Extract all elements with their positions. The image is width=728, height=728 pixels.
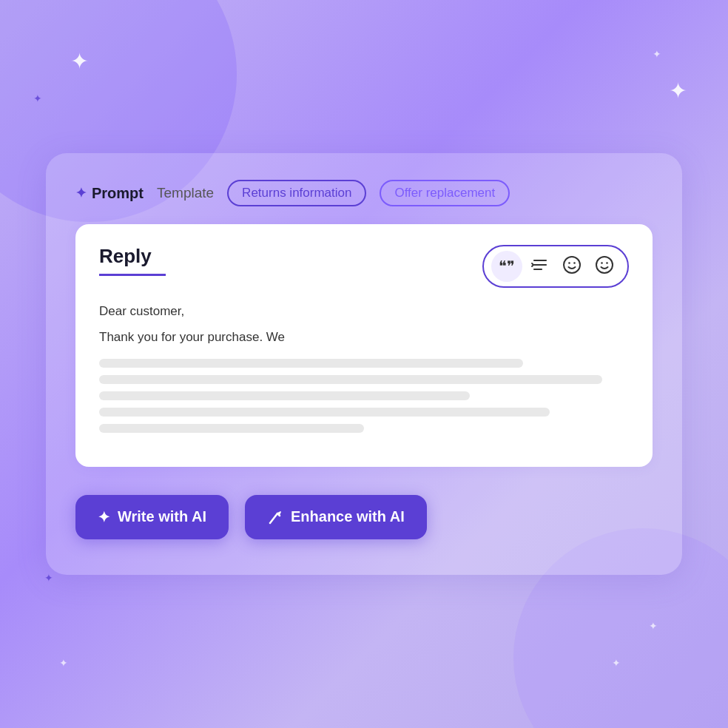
svg-point-6 bbox=[596, 257, 613, 273]
reply-title: Reply bbox=[99, 245, 166, 276]
enhance-with-ai-button[interactable]: Enhance with AI bbox=[245, 495, 427, 539]
sparkle-bottom-left-1: ✦ bbox=[44, 572, 53, 584]
svg-point-3 bbox=[564, 257, 580, 273]
write-ai-icon: ✦ bbox=[98, 508, 110, 526]
svg-point-7 bbox=[601, 262, 603, 264]
emoji1-icon bbox=[562, 255, 582, 278]
reply-header: Reply ❝❞ bbox=[99, 245, 629, 288]
svg-point-8 bbox=[606, 262, 608, 264]
skeleton-line-5 bbox=[99, 424, 364, 433]
tab-prompt[interactable]: ✦ Prompt bbox=[75, 185, 144, 202]
enhance-ai-icon bbox=[267, 508, 283, 526]
prompt-spark-icon: ✦ bbox=[75, 185, 87, 201]
email-greeting: Dear customer, bbox=[99, 301, 629, 323]
ai-buttons-row: ✦ Write with AI Enhance with AI bbox=[75, 495, 653, 539]
skeleton-line-4 bbox=[99, 408, 550, 417]
emoji2-icon bbox=[595, 255, 614, 278]
emoji2-button[interactable] bbox=[589, 251, 620, 282]
quote-button[interactable]: ❝❞ bbox=[491, 251, 522, 282]
email-line2: Thank you for your purchase. We bbox=[99, 327, 629, 348]
sparkle-bottom-right-1: ✦ bbox=[612, 657, 621, 669]
sparkle-top-right: ✦ bbox=[669, 78, 687, 104]
skeleton-line-3 bbox=[99, 391, 470, 400]
sparkle-top-left: ✦ bbox=[70, 48, 89, 74]
skeleton-line-2 bbox=[99, 375, 602, 384]
skeleton-line-1 bbox=[99, 359, 523, 368]
formatting-toolbar: ❝❞ bbox=[482, 245, 629, 288]
prompt-label: Prompt bbox=[92, 185, 144, 202]
sparkle-top-right-sm: ✦ bbox=[653, 48, 661, 60]
tab-returns[interactable]: Returns information bbox=[227, 180, 366, 206]
list-button[interactable] bbox=[524, 251, 555, 282]
enhance-ai-label: Enhance with AI bbox=[291, 508, 405, 525]
write-ai-label: Write with AI bbox=[118, 508, 206, 525]
svg-point-4 bbox=[568, 262, 570, 264]
inner-panel: Reply ❝❞ bbox=[75, 224, 653, 467]
tabs-row: ✦ Prompt Template Returns information Of… bbox=[75, 180, 653, 206]
sparkle-bottom-right-2: ✦ bbox=[649, 620, 658, 632]
sparkle-bottom-left-2: ✦ bbox=[59, 657, 68, 669]
svg-point-5 bbox=[573, 262, 576, 264]
list-icon bbox=[531, 258, 547, 275]
emoji1-button[interactable] bbox=[556, 251, 587, 282]
tab-offer[interactable]: Offer replacement bbox=[380, 180, 510, 206]
email-content: Dear customer, Thank you for your purcha… bbox=[99, 301, 629, 433]
main-card: ✦ Prompt Template Returns information Of… bbox=[46, 153, 682, 575]
tab-template[interactable]: Template bbox=[157, 185, 214, 201]
write-with-ai-button[interactable]: ✦ Write with AI bbox=[75, 495, 229, 539]
quote-icon: ❝❞ bbox=[499, 257, 515, 275]
sparkle-left: ✦ bbox=[33, 92, 42, 104]
